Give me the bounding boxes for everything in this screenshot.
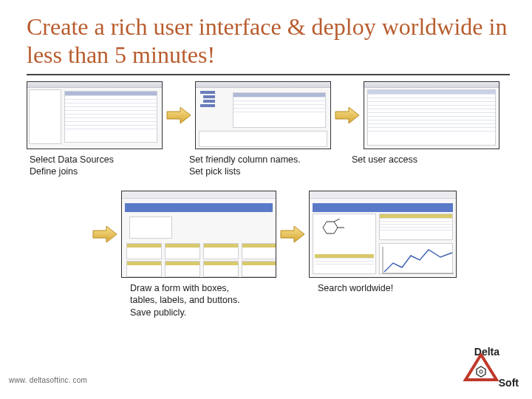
logo-triangle-icon (463, 353, 499, 383)
caption-select-sources: Select Data Sources (30, 154, 189, 166)
svg-line-1 (334, 219, 340, 222)
footer-url: www. deltasoftinc. com (9, 376, 87, 384)
caption-user-access: Set user access (352, 154, 499, 166)
captions-row-1: Select Data Sources Define joins Set fri… (27, 154, 510, 178)
svg-point-6 (480, 370, 482, 373)
caption-pick-lists: Set pick lists (189, 166, 352, 177)
screenshot-user-access (364, 81, 499, 149)
slide: Create a rich user interface & deploy wo… (0, 0, 532, 399)
caption-draw-form-3: Save publicly. (130, 307, 293, 318)
workflow-row-2 (27, 191, 510, 278)
arrow-icon (92, 224, 118, 245)
screenshot-columns (195, 81, 331, 149)
svg-marker-0 (323, 222, 338, 233)
slide-title: Create a rich user interface & deploy wo… (27, 13, 510, 75)
workflow-row-1 (27, 81, 510, 149)
caption-column-names: Set friendly column names. (189, 154, 352, 166)
arrow-icon (166, 105, 192, 126)
screenshot-data-sources (27, 81, 163, 149)
captions-row-2: Draw a form with boxes, tables, labels, … (27, 282, 510, 318)
logo: Delta Soft (445, 346, 519, 389)
screenshot-form-builder (121, 191, 276, 278)
screenshot-search (309, 191, 457, 278)
caption-define-joins: Define joins (30, 166, 189, 177)
caption-draw-form-2: tables, labels, and buttons. (130, 294, 293, 306)
svg-marker-5 (477, 366, 485, 377)
caption-search-worldwide: Search worldwide! (318, 282, 440, 294)
logo-text-soft: Soft (499, 377, 519, 389)
arrow-icon (334, 105, 361, 126)
caption-draw-form-1: Draw a form with boxes, (130, 282, 293, 294)
arrow-icon (279, 224, 306, 245)
